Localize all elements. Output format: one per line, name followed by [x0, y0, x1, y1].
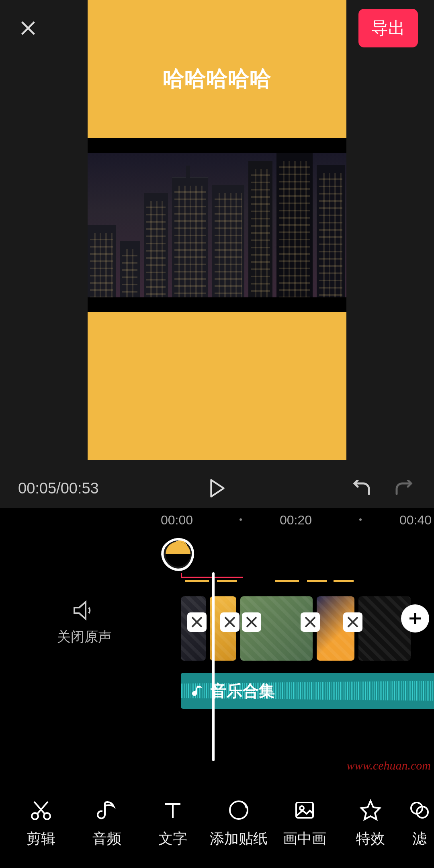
- timeline[interactable]: 00:00 00:20 00:40 关闭原声: [0, 508, 434, 780]
- music-icon: [96, 799, 118, 821]
- overlay-text: 哈哈哈哈哈: [88, 64, 346, 94]
- transition-button[interactable]: [242, 612, 261, 632]
- svg-point-1: [44, 813, 50, 819]
- scissors-icon: [30, 799, 52, 821]
- undo-button[interactable]: [350, 476, 374, 500]
- mute-label: 关闭原声: [57, 628, 112, 646]
- music-note-icon: [192, 684, 205, 697]
- play-button[interactable]: [205, 476, 229, 500]
- sticker-icon: [228, 799, 250, 821]
- tool-audio[interactable]: 音频: [74, 799, 140, 849]
- text-icon: [162, 799, 184, 821]
- transition-button[interactable]: [187, 612, 207, 632]
- video-track[interactable]: [181, 596, 411, 661]
- audio-track-label: 音乐合集: [211, 680, 275, 702]
- playhead[interactable]: [212, 572, 215, 761]
- time-display: 00:05/00:53: [18, 480, 99, 497]
- video-clip[interactable]: [358, 596, 411, 661]
- annotation-track-marker[interactable]: [181, 573, 243, 578]
- audio-track[interactable]: 音乐合集: [181, 673, 434, 709]
- watermark: www.cehuan.com: [347, 759, 431, 772]
- add-clip-button[interactable]: [401, 604, 429, 633]
- picture-icon: [294, 799, 315, 821]
- close-button[interactable]: [16, 16, 40, 40]
- transition-button[interactable]: [343, 612, 362, 632]
- export-button[interactable]: 导出: [358, 9, 418, 47]
- mute-original-button[interactable]: [73, 600, 96, 622]
- transition-button[interactable]: [301, 612, 320, 632]
- playback-controls: 00:05/00:53: [0, 470, 434, 506]
- star-icon: [360, 799, 381, 821]
- preview-video-frame: [88, 138, 346, 312]
- timeline-ruler: 00:00 00:20 00:40: [0, 508, 434, 532]
- bottom-toolbar: 剪辑 音频 文字 添加贴纸 画中画 特效 滤: [0, 780, 434, 868]
- filter-icon: [409, 799, 430, 821]
- tool-cut[interactable]: 剪辑: [8, 799, 74, 849]
- svg-point-0: [32, 813, 38, 819]
- transition-button[interactable]: [220, 612, 240, 632]
- svg-point-4: [300, 806, 304, 810]
- tool-effect[interactable]: 特效: [338, 799, 403, 849]
- tool-sticker[interactable]: 添加贴纸: [206, 799, 272, 849]
- tool-pip[interactable]: 画中画: [272, 799, 338, 849]
- tool-filter[interactable]: 滤: [403, 799, 434, 849]
- redo-button[interactable]: [392, 476, 416, 500]
- tool-text[interactable]: 文字: [140, 799, 206, 849]
- preview-canvas[interactable]: 哈哈哈哈哈: [88, 0, 346, 460]
